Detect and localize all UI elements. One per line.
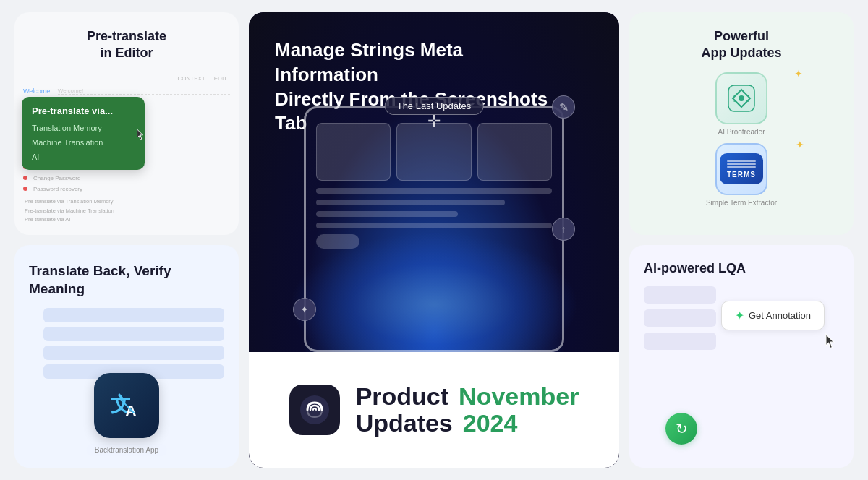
terms-lines — [727, 160, 756, 168]
mini-card-1 — [316, 123, 391, 181]
lqa-bg-1 — [644, 286, 716, 304]
upload-icon: ↑ — [552, 218, 575, 241]
card-lqa: AI-powered LQA ✦ Get Annotation — [629, 245, 854, 468]
editor-row-1: Welcome! Welcome! — [23, 87, 230, 95]
lqa-inner: AI-powered LQA ✦ Get Annotation — [629, 245, 854, 468]
translate-app-group: 文 A Backtranslation App — [86, 373, 167, 456]
app-icons-row: ✦ AI Proofreader — [644, 72, 839, 219]
editor-row-change: Change Password — [23, 175, 230, 181]
proofreader-icon-box — [715, 72, 767, 124]
sparkle-1: ✦ — [794, 68, 803, 80]
product-subtitle-row: Updates 2024 — [356, 410, 579, 437]
welcome-text: Welcome! — [23, 87, 52, 95]
translate-title: Translate Back, Verify Meaning — [29, 262, 224, 298]
mini-card-2 — [396, 123, 471, 181]
proofreader-label: AI Proofreader — [718, 128, 765, 136]
edit-label: EDIT — [214, 75, 227, 82]
app-item-terms: TERMS ✦ Simple Term Extractor — [644, 143, 839, 207]
terms-label-text: Simple Term Extractor — [706, 199, 777, 207]
cursor-icon — [136, 129, 145, 140]
product-month: November — [459, 383, 579, 410]
sparkle-icon: ✦ — [735, 309, 744, 322]
product-title-word2: Updates — [356, 410, 453, 437]
bg-card-3 — [43, 346, 224, 360]
translate-inner: Translate Back, Verify Meaning 文 A — [14, 245, 239, 468]
phone-cards-row — [316, 123, 552, 181]
phone-line-3 — [316, 211, 458, 217]
editor-row-recovery: Password recovery — [23, 186, 230, 192]
edit-icon: ✎ — [552, 95, 575, 119]
phone-oval — [316, 234, 359, 249]
translate-svg: 文 A — [105, 384, 148, 427]
terms-wrapper: TERMS ✦ — [644, 143, 839, 195]
refresh-icon: ↻ — [665, 413, 697, 445]
bg-card-1 — [43, 308, 224, 322]
dropdown-mt[interactable]: Machine Translation — [22, 135, 145, 150]
card-main: Manage Strings Meta InformationDirectly … — [249, 12, 619, 468]
product-text: Product November Updates 2024 — [356, 383, 579, 437]
terms-line-2 — [727, 163, 756, 165]
product-logo-svg — [297, 393, 332, 427]
svg-point-2 — [739, 95, 744, 101]
phone-line-2 — [316, 200, 505, 205]
lqa-bg-cards — [644, 286, 716, 350]
app-updates-title: Powerful App Updates — [644, 28, 839, 62]
card-app-updates: Powerful App Updates — [629, 12, 854, 235]
dropdown-ai[interactable]: AI — [22, 150, 145, 164]
magic-wand-icon: ✦ — [293, 298, 316, 321]
context-label: CONTEXT — [178, 75, 205, 82]
translate-app-area: 文 A Backtranslation App — [29, 308, 224, 456]
sparkle-2: ✦ — [796, 139, 804, 150]
terms-line-3 — [727, 166, 756, 168]
product-updates-section: Product November Updates 2024 — [249, 352, 619, 468]
lqa-cursor-icon — [825, 333, 836, 349]
lqa-bg-2 — [644, 309, 716, 327]
proofreader-svg — [726, 82, 757, 114]
translate-app-label: Backtranslation App — [86, 444, 167, 456]
main-container: Pre-translate in Editor CONTEXT EDIT Wel… — [14, 12, 854, 468]
terms-icon-box: TERMS — [715, 143, 767, 195]
phone-mockup: The Last Updates ✎ ↑ ✦ — [304, 106, 564, 352]
move-icon: ✛ — [427, 112, 441, 131]
card-translate: Translate Back, Verify Meaning 文 A — [14, 245, 239, 468]
card-pretranslate: Pre-translate in Editor CONTEXT EDIT Wel… — [14, 12, 239, 235]
annotation-button[interactable]: ✦ Get Annotation — [721, 301, 825, 330]
product-year: 2024 — [463, 410, 518, 437]
pretranslate-title: Pre-translate in Editor — [14, 12, 239, 69]
phone-line-4 — [316, 223, 552, 228]
svg-point-0 — [300, 395, 329, 424]
phone-inner — [306, 108, 562, 259]
proofreader-wrapper: ✦ — [644, 72, 839, 124]
lqa-bg-3 — [644, 333, 716, 350]
product-title-row: Product November — [356, 383, 579, 410]
lqa-content: ✦ Get Annotation ↻ — [644, 286, 839, 452]
product-title-word1: Product — [356, 383, 448, 410]
pretranslate-dropdown[interactable]: Pre-translate via... Translation Memory … — [22, 97, 145, 170]
annotation-group: ✦ Get Annotation — [721, 286, 839, 349]
app-item-proofreader: ✦ AI Proofreader — [644, 72, 839, 136]
product-logo — [289, 385, 340, 435]
phone-frame: The Last Updates ✎ ↑ ✦ — [304, 106, 564, 352]
svg-text:A: A — [125, 402, 137, 420]
bg-card-2 — [43, 327, 224, 341]
lqa-title: AI-powered LQA — [644, 261, 839, 276]
annotation-label: Get Annotation — [749, 310, 811, 321]
dropdown-tm[interactable]: Translation Memory — [22, 121, 145, 135]
terms-line-1 — [727, 160, 756, 162]
bottom-menu: Pre-translate via Translation Memory Pre… — [25, 197, 114, 225]
mini-card-3 — [477, 123, 552, 181]
editor-header: CONTEXT EDIT — [23, 75, 230, 82]
phone-line-1 — [316, 188, 552, 194]
terms-box: TERMS — [720, 153, 763, 184]
editor-mockup: CONTEXT EDIT Welcome! Welcome! Save as..… — [14, 69, 239, 235]
terms-label: TERMS — [727, 171, 756, 179]
app-updates-inner: Powerful App Updates — [629, 12, 854, 235]
dropdown-header: Pre-translate via... — [22, 103, 145, 121]
translate-app-icon: 文 A — [94, 373, 159, 438]
